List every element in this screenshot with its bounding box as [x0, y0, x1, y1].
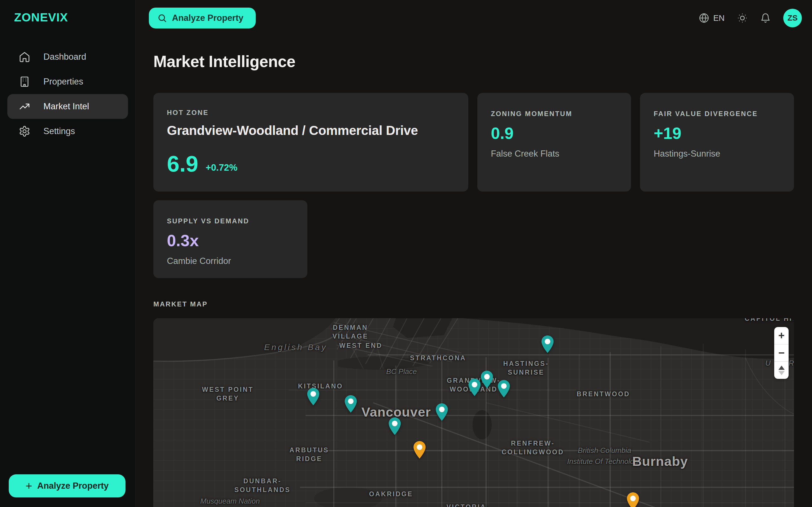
sidebar-nav: Dashboard Properties Market Intel	[7, 45, 128, 144]
analyze-property-button-sidebar[interactable]: + Analyze Property	[9, 474, 125, 497]
main-content: Analyze Property EN	[136, 0, 812, 507]
map-pin-orange[interactable]	[413, 441, 426, 459]
avatar-initials: ZS	[788, 13, 798, 22]
zoom-out-button[interactable]: −	[774, 344, 789, 362]
sidebar-item-settings[interactable]: Settings	[7, 119, 128, 144]
map-pin-teal[interactable]	[388, 417, 401, 436]
page-title: Market Intelligence	[153, 52, 296, 71]
supply-vs-demand-sub: Cambie Corridor	[167, 256, 294, 266]
sidebar-item-dashboard[interactable]: Dashboard	[7, 45, 128, 69]
map-pin-teal[interactable]	[344, 395, 357, 413]
analyze-property-label: Analyze Property	[172, 13, 243, 23]
market-map[interactable]: DENMANVILLAGEWEST ENDEnglish BaySTRATHCO…	[153, 318, 794, 507]
zoom-in-button[interactable]: +	[774, 327, 789, 344]
search-icon	[157, 13, 167, 23]
supply-vs-demand-value: 0.3x	[167, 232, 294, 249]
card-label: HOT ZONE	[167, 109, 455, 117]
hot-zone-value-row: 6.9 +0.72%	[167, 153, 455, 175]
card-label: SUPPLY VS DEMAND	[167, 217, 294, 225]
app-root: ZONEVIX Dashboard Properties	[0, 0, 812, 507]
trending-up-icon	[18, 101, 31, 112]
sidebar-item-market-intel[interactable]: Market Intel	[7, 94, 128, 119]
user-avatar[interactable]: ZS	[783, 9, 802, 27]
analyze-property-button-top[interactable]: Analyze Property	[149, 8, 256, 29]
card-label: FAIR VALUE DIVERGENCE	[654, 110, 780, 118]
map-tilt-control[interactable]	[774, 361, 789, 379]
map-pin-teal[interactable]	[435, 403, 448, 421]
card-label: ZONING MOMENTUM	[491, 110, 618, 118]
building-icon	[18, 76, 31, 88]
fair-value-divergence-value: +19	[654, 125, 780, 142]
sidebar: ZONEVIX Dashboard Properties	[0, 0, 136, 507]
map-tiles	[153, 318, 794, 507]
map-pin-teal[interactable]	[480, 371, 493, 389]
home-icon	[18, 51, 31, 63]
stat-cards-row: HOT ZONE Grandview-Woodland / Commercial…	[153, 93, 794, 191]
brand-logo: ZONEVIX	[14, 11, 68, 24]
topbar: Analyze Property EN	[136, 0, 812, 37]
hot-zone-title: Grandview-Woodland / Commercial Drive	[167, 123, 455, 138]
hot-zone-value: 6.9	[167, 153, 198, 175]
bell-icon	[760, 13, 771, 23]
hot-zone-delta: +0.72%	[206, 162, 238, 175]
hot-zone-card: HOT ZONE Grandview-Woodland / Commercial…	[153, 93, 468, 191]
market-map-label: MARKET MAP	[153, 300, 208, 308]
map-zoom-control: + −	[774, 327, 789, 379]
sidebar-item-label: Market Intel	[43, 101, 89, 112]
map-pin-teal[interactable]	[497, 380, 510, 398]
tilt-down-icon	[778, 371, 784, 375]
supply-vs-demand-card: SUPPLY VS DEMAND 0.3x Cambie Corridor	[153, 200, 307, 278]
language-label: EN	[713, 13, 725, 23]
sidebar-item-properties[interactable]: Properties	[7, 69, 128, 94]
fair-value-divergence-sub: Hastings-Sunrise	[654, 149, 780, 159]
sidebar-item-label: Properties	[43, 76, 83, 87]
tilt-up-icon	[778, 365, 784, 370]
globe-icon	[699, 13, 709, 23]
gear-icon	[18, 125, 31, 137]
map-pin-teal[interactable]	[468, 378, 481, 397]
map-pin-orange[interactable]	[626, 492, 640, 507]
notifications-button[interactable]	[760, 13, 771, 23]
fair-value-divergence-card: FAIR VALUE DIVERGENCE +19 Hastings-Sunri…	[640, 93, 794, 191]
sun-icon	[737, 13, 748, 23]
sidebar-item-label: Settings	[43, 126, 75, 136]
sidebar-item-label: Dashboard	[43, 52, 86, 62]
analyze-property-label: Analyze Property	[37, 481, 109, 491]
map-pin-teal[interactable]	[541, 335, 554, 353]
language-switcher[interactable]: EN	[699, 13, 725, 23]
map-pin-teal[interactable]	[307, 388, 320, 406]
zoning-momentum-sub: False Creek Flats	[491, 149, 618, 159]
theme-toggle[interactable]	[737, 13, 748, 23]
topbar-right: EN ZS	[699, 8, 802, 29]
zoning-momentum-card: ZONING MOMENTUM 0.9 False Creek Flats	[477, 93, 631, 191]
zoning-momentum-value: 0.9	[491, 125, 618, 142]
